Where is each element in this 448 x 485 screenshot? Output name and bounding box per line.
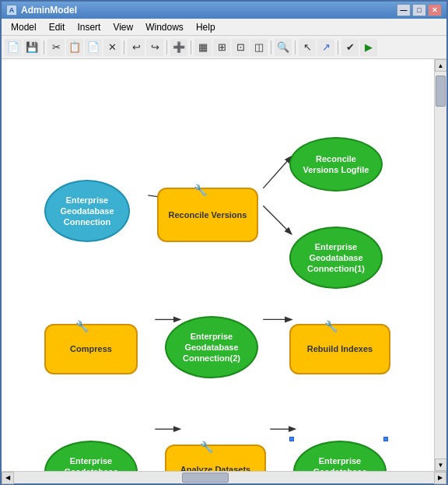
tool-icon-reconcile: 🔧 [194,184,207,196]
tb-save[interactable]: 💾 [23,39,40,56]
tb-add-tool[interactable]: ➕ [170,39,187,56]
tb-select[interactable]: ↖ [299,39,316,56]
scrollbar-vertical[interactable]: ▲ ▼ [434,59,446,471]
node-reconcile-logfile[interactable]: ReconcileVersions Logfile [289,137,383,192]
node-analyze-datasets[interactable]: Analyze Datasets [165,445,266,471]
node-compress[interactable]: Compress [44,324,138,374]
svg-line-1 [263,157,291,188]
scroll-down-button[interactable]: ▼ [435,459,447,471]
tb-sep4 [191,40,191,54]
tb-validate[interactable]: ✔ [341,39,359,56]
sel-dot-tr [383,437,388,441]
tb-fit[interactable]: ⊞ [213,39,230,56]
node-enterprise-geo-conn-4[interactable]: EnterpriseGeodatabaseConnection(4) [293,441,387,471]
scroll-track-h[interactable] [14,472,434,483]
tb-sep6 [295,40,296,54]
scroll-track-v[interactable] [435,72,446,459]
menu-windows[interactable]: Windows [139,20,190,34]
node-enterprise-geo-conn[interactable]: EnterpriseGeodatabaseConnection [44,180,130,242]
tb-new[interactable]: 📄 [5,39,22,56]
title-bar: A AdminModel — □ ✕ [2,2,446,19]
tb-zoom-in[interactable]: 🔍 [275,39,292,56]
tb-copy[interactable]: 📋 [66,39,83,56]
scroll-thumb-h[interactable] [182,473,229,483]
scroll-up-button[interactable]: ▲ [435,59,447,72]
main-window: A AdminModel — □ ✕ Model Edit Insert Vie… [0,0,448,485]
tool-icon-compress: 🔧 [75,320,89,332]
tb-run[interactable]: ▶ [360,39,377,56]
tb-sep2 [124,40,124,54]
scroll-right-button[interactable]: ▶ [434,472,446,484]
scrollbar-horizontal[interactable]: ◀ ▶ [2,471,446,483]
diagram-canvas[interactable]: EnterpriseGeodatabaseConnection Reconcil… [2,59,434,471]
tb-delete[interactable]: ✕ [103,39,121,56]
node-enterprise-geo-conn-1[interactable]: EnterpriseGeodatabaseConnection(1) [289,227,383,289]
tb-grid[interactable]: ▦ [194,39,212,56]
sel-dot-tl [289,437,294,441]
tool-icon-analyze: 🔧 [200,441,213,453]
tool-icon-rebuild: 🔧 [324,320,338,332]
tb-zoom-full[interactable]: ⊡ [232,39,249,56]
menu-model[interactable]: Model [5,20,43,34]
tb-sep3 [166,40,167,54]
tb-undo[interactable]: ↩ [128,39,145,56]
title-bar-controls: — □ ✕ [397,4,442,16]
content-area: EnterpriseGeodatabaseConnection Reconcil… [2,59,446,471]
node-enterprise-geo-conn-3[interactable]: EnterpriseGeodatabaseConnection(3) [44,441,138,471]
window-icon: A [6,5,17,16]
tb-zoom-sel[interactable]: ◫ [250,39,268,56]
tb-connect[interactable]: ↗ [317,39,334,56]
menu-view[interactable]: View [107,20,139,34]
scroll-left-button[interactable]: ◀ [2,472,14,484]
node-enterprise-geo-conn-2[interactable]: EnterpriseGeodatabaseConnection(2) [165,316,258,378]
node-rebuild-indexes[interactable]: Rebuild Indexes [289,324,390,374]
menu-help[interactable]: Help [190,20,222,34]
tb-sep1 [44,40,44,54]
menu-bar: Model Edit Insert View Windows Help [2,19,446,36]
close-button[interactable]: ✕ [428,4,442,16]
menu-edit[interactable]: Edit [43,20,72,34]
tb-redo[interactable]: ↪ [146,39,163,56]
tb-paste[interactable]: 📄 [85,39,102,56]
window-title: AdminModel [21,5,77,16]
menu-insert[interactable]: Insert [71,20,107,34]
maximize-button[interactable]: □ [412,4,426,16]
scroll-thumb-v[interactable] [436,76,446,107]
tb-sep5 [271,40,271,54]
minimize-button[interactable]: — [397,4,411,16]
tb-cut[interactable]: ✂ [47,39,65,56]
svg-line-2 [263,206,291,234]
node-reconcile-versions[interactable]: Reconcile Versions [157,188,258,242]
tb-sep7 [338,40,338,54]
toolbar: 📄 💾 ✂ 📋 📄 ✕ ↩ ↪ ➕ ▦ ⊞ ⊡ ◫ 🔍 ↖ ↗ ✔ ▶ [2,36,446,59]
